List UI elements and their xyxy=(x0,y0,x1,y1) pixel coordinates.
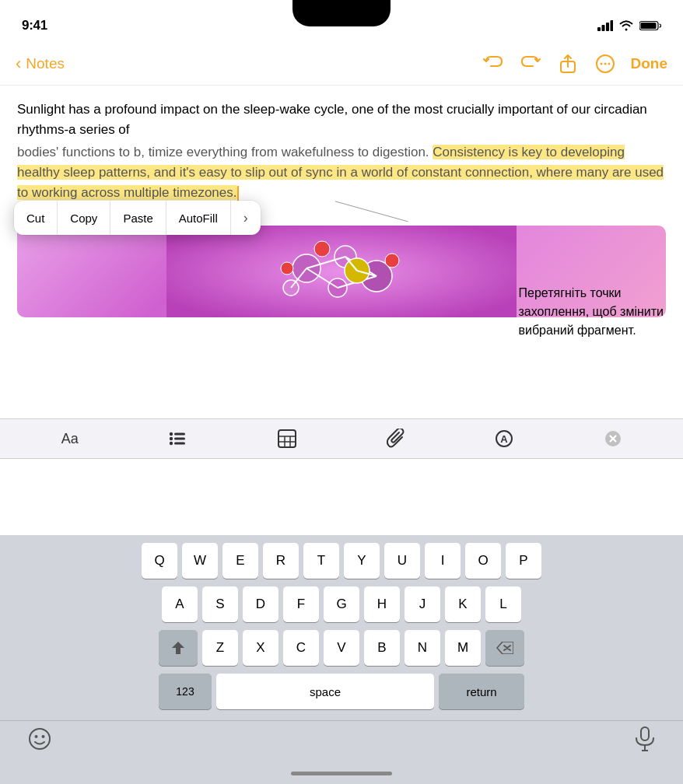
note-text-body: bodies' functions to b, timize everythin… xyxy=(17,145,664,201)
key-m[interactable]: M xyxy=(445,630,481,666)
text-format-button[interactable]: Aa xyxy=(56,425,84,453)
key-numbers[interactable]: 123 xyxy=(159,674,212,709)
key-w[interactable]: W xyxy=(182,543,218,579)
keyboard-row-2: A S D F G H J K L xyxy=(3,586,680,622)
key-l[interactable]: L xyxy=(485,586,521,622)
key-j[interactable]: J xyxy=(405,586,440,622)
context-menu: Cut Copy Paste AutoFill › xyxy=(14,201,261,235)
svg-point-43 xyxy=(30,729,50,749)
callout-line1: Перетягніть точки xyxy=(519,286,622,299)
key-v[interactable]: V xyxy=(324,630,359,666)
key-c[interactable]: C xyxy=(283,630,319,666)
note-text-highlighted: Consistency is key to developing healthy… xyxy=(17,145,664,201)
svg-point-9 xyxy=(604,62,606,65)
markup-button[interactable]: A xyxy=(490,425,518,453)
nav-back-button[interactable]: ‹ Notes xyxy=(16,54,65,74)
mic-button[interactable] xyxy=(635,726,655,757)
context-menu-autofill[interactable]: AutoFill xyxy=(166,201,231,235)
signal-icon xyxy=(597,20,613,31)
callout-text: Перетягніть точки захоплення, щоб змінит… xyxy=(519,284,664,340)
table-button[interactable] xyxy=(273,425,301,453)
key-return[interactable]: return xyxy=(439,674,524,709)
note-text-before: Sunlight has a profound impact on the sl… xyxy=(17,102,647,137)
context-menu-copy[interactable]: Copy xyxy=(58,201,110,235)
svg-point-33 xyxy=(170,442,173,445)
status-time: 9:41 xyxy=(22,18,47,33)
svg-line-28 xyxy=(335,201,408,222)
keyboard: Q W E R T Y U I O P A S D F G H J K L Z … xyxy=(0,535,683,720)
svg-point-44 xyxy=(35,735,38,738)
key-z[interactable]: Z xyxy=(202,630,238,666)
note-text-block[interactable]: Sunlight has a profound impact on the sl… xyxy=(17,100,666,204)
svg-text:A: A xyxy=(501,433,509,445)
key-d[interactable]: D xyxy=(243,586,278,622)
note-text-main: Sunlight has a profound impact on the sl… xyxy=(17,100,666,141)
key-y[interactable]: Y xyxy=(344,543,380,579)
list-icon xyxy=(169,430,187,447)
bottom-bar xyxy=(0,720,683,762)
key-h[interactable]: H xyxy=(364,586,400,622)
done-button[interactable]: Done xyxy=(631,55,668,72)
home-indicator xyxy=(0,762,683,784)
battery-icon xyxy=(639,20,661,31)
svg-rect-11 xyxy=(166,226,517,317)
key-p[interactable]: P xyxy=(506,543,541,579)
svg-rect-1 xyxy=(602,25,605,31)
svg-point-22 xyxy=(314,241,330,257)
key-space[interactable]: space xyxy=(216,674,434,709)
svg-rect-46 xyxy=(641,727,649,740)
key-e[interactable]: E xyxy=(222,543,258,579)
nav-bar: ‹ Notes xyxy=(0,42,683,86)
svg-rect-32 xyxy=(174,438,185,440)
key-x[interactable]: X xyxy=(243,630,278,666)
nav-actions: Done xyxy=(482,52,668,75)
redo-button[interactable] xyxy=(519,52,542,75)
list-button[interactable] xyxy=(164,425,192,453)
undo-button[interactable] xyxy=(482,52,505,75)
key-s[interactable]: S xyxy=(202,586,238,622)
note-text-faded: bodies' functions to b, timize everythin… xyxy=(17,142,666,204)
key-u[interactable]: U xyxy=(384,543,420,579)
status-icons xyxy=(597,20,661,31)
key-delete[interactable] xyxy=(485,630,524,666)
context-menu-cut[interactable]: Cut xyxy=(14,201,58,235)
table-icon xyxy=(278,429,296,448)
note-content-area[interactable]: Cut Copy Paste AutoFill › Sunlight has a… xyxy=(0,86,683,317)
key-n[interactable]: N xyxy=(405,630,440,666)
svg-point-23 xyxy=(385,254,399,268)
svg-point-45 xyxy=(42,735,45,738)
key-i[interactable]: I xyxy=(425,543,461,579)
svg-point-8 xyxy=(600,62,602,65)
context-menu-paste[interactable]: Paste xyxy=(110,201,166,235)
key-r[interactable]: R xyxy=(263,543,299,579)
emoji-button[interactable] xyxy=(28,727,51,756)
key-k[interactable]: K xyxy=(445,586,481,622)
key-o[interactable]: O xyxy=(465,543,501,579)
context-menu-more[interactable]: › xyxy=(231,201,261,235)
key-f[interactable]: F xyxy=(283,586,319,622)
keyboard-row-1: Q W E R T Y U I O P xyxy=(3,543,680,579)
wifi-icon xyxy=(619,20,633,31)
nav-back-label: Notes xyxy=(26,55,65,72)
key-t[interactable]: T xyxy=(303,543,339,579)
status-bar: 9:41 xyxy=(0,0,683,42)
svg-point-29 xyxy=(170,432,173,436)
key-shift[interactable] xyxy=(159,630,198,666)
more-button[interactable] xyxy=(594,52,617,75)
svg-rect-34 xyxy=(174,443,185,445)
key-q[interactable]: Q xyxy=(142,543,177,579)
format-close-button[interactable] xyxy=(599,425,627,453)
close-icon xyxy=(604,430,622,447)
text-cursor xyxy=(237,186,239,201)
notch xyxy=(292,0,391,26)
key-a[interactable]: A xyxy=(162,586,198,622)
keyboard-row-3: Z X C V B N M xyxy=(3,630,680,666)
svg-rect-0 xyxy=(597,27,601,31)
callout-line3: вибраний фрагмент. xyxy=(519,324,636,337)
key-g[interactable]: G xyxy=(324,586,359,622)
attach-button[interactable] xyxy=(382,425,410,453)
key-b[interactable]: B xyxy=(364,630,400,666)
svg-point-24 xyxy=(281,262,293,275)
svg-rect-35 xyxy=(278,430,296,447)
share-button[interactable] xyxy=(556,52,580,75)
